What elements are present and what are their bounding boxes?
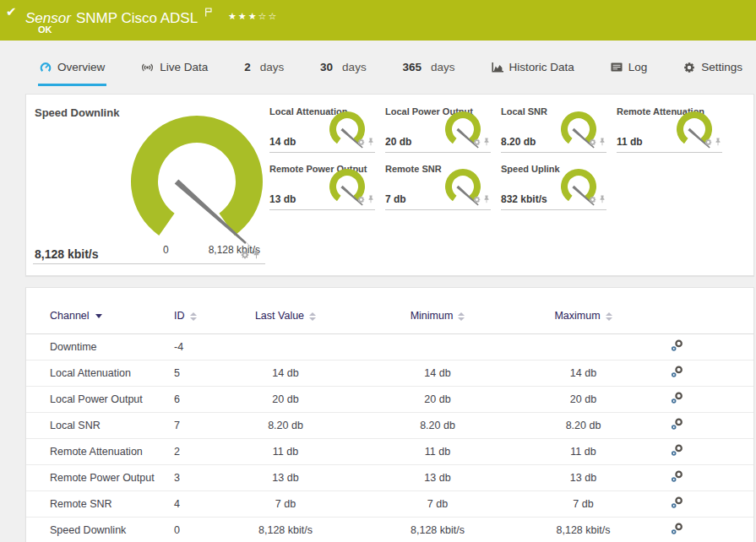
table-row: Downtime -4	[26, 334, 753, 360]
mini-gauge[interactable]: Remote Attenuation 11 db	[617, 105, 722, 153]
maximum-cell: 14 db	[535, 360, 632, 387]
channel-settings-icon[interactable]	[671, 339, 683, 355]
gauge-pin-icon[interactable]	[253, 247, 260, 263]
tab-settings[interactable]: Settings	[682, 61, 744, 86]
gauge-pin-icon[interactable]	[715, 134, 721, 149]
gauge-pin-icon[interactable]	[483, 192, 490, 207]
tab-30-days[interactable]: 30days	[318, 61, 368, 86]
gauge-gear-icon[interactable]	[357, 192, 365, 207]
last-value-cell: 8,128 kbit/s	[231, 518, 340, 542]
maximum-cell: 8.20 db	[535, 413, 632, 439]
mini-gauge-value: 20 db	[385, 136, 411, 148]
gauges-panel: Speed Downlink x 0 8,128 kbit/s 8,128 kb…	[25, 94, 754, 276]
mini-gauge[interactable]: Remote SNR 7 db	[385, 162, 491, 210]
gauge-gear-icon[interactable]	[473, 192, 481, 207]
maximum-cell: 8,128 kbit/s	[535, 518, 632, 542]
channel-settings-icon[interactable]	[671, 496, 683, 512]
status-badge: OK	[38, 24, 52, 35]
gauge-pin-icon[interactable]	[367, 192, 374, 207]
channel-name-cell[interactable]: Speed Downlink	[26, 518, 167, 542]
channel-name-cell[interactable]: Remote Power Output	[26, 465, 167, 491]
mini-gauge-value: 7 db	[385, 193, 406, 205]
minimum-cell: 7 db	[340, 491, 535, 518]
sort-icon	[309, 312, 316, 321]
table-row: Local Attenuation 5 14 db 14 db 14 db	[26, 360, 753, 387]
tab-log[interactable]: Log	[609, 61, 650, 86]
mini-gauge-value: 14 db	[269, 136, 296, 148]
mini-gauge[interactable]: Local SNR 8.20 db	[501, 105, 606, 153]
actions-cell	[632, 360, 753, 387]
last-value-cell: 13 db	[231, 465, 340, 491]
gear-icon	[683, 62, 695, 73]
column-header-last-value[interactable]: Last Value	[231, 301, 340, 334]
column-header-minimum[interactable]: Minimum	[340, 301, 535, 334]
gauge-gear-icon[interactable]	[589, 192, 596, 207]
channel-table: Channel ID Last Value Minimum Maximum Do…	[26, 301, 753, 542]
column-header-channel[interactable]: Channel	[26, 301, 167, 334]
flag-icon[interactable]	[205, 4, 212, 21]
mini-gauge[interactable]: Speed Uplink 832 kbit/s	[501, 162, 606, 210]
gauge-gear-icon[interactable]	[357, 134, 365, 149]
tab-2-days[interactable]: 2days	[242, 61, 286, 86]
mini-gauge[interactable]: Local Attenuation 14 db	[269, 105, 375, 153]
minimum-cell: 8,128 kbit/s	[340, 518, 535, 542]
last-value-cell: 14 db	[231, 360, 340, 387]
tab-overview[interactable]: Overview	[38, 61, 106, 86]
channel-id-cell: 6	[167, 387, 231, 413]
sensor-title: SensorSNMP Cisco ADSL ★★★☆☆	[25, 4, 278, 27]
maximum-cell: 20 db	[535, 387, 632, 413]
channel-settings-icon[interactable]	[671, 470, 683, 485]
tab-live-data[interactable]: Live Data	[139, 61, 209, 86]
channel-settings-icon[interactable]	[671, 418, 683, 433]
minimum-cell: 13 db	[340, 465, 535, 491]
priority-stars[interactable]: ★★★☆☆	[228, 11, 278, 21]
maximum-cell	[535, 334, 632, 360]
channel-id-cell: 0	[167, 518, 231, 542]
gauge-pin-icon[interactable]	[483, 134, 490, 149]
last-value-cell: 8.20 db	[231, 413, 340, 439]
column-header-id[interactable]: ID	[167, 301, 231, 334]
sort-icon	[606, 312, 612, 321]
tab-365-days[interactable]: 365days	[401, 61, 457, 86]
channel-name-cell[interactable]: Local SNR	[26, 413, 167, 439]
mini-gauge[interactable]: Remote Power Output 13 db	[269, 162, 375, 210]
ok-check-icon: ✔	[6, 5, 17, 18]
channel-name-cell[interactable]: Remote SNR	[26, 491, 167, 518]
gauge-gear-icon[interactable]	[704, 134, 712, 149]
actions-cell	[632, 387, 753, 413]
broadcast-icon	[141, 62, 154, 73]
minimum-cell: 8.20 db	[340, 413, 535, 439]
mini-gauge-value: 832 kbit/s	[501, 193, 547, 205]
maximum-cell: 11 db	[535, 439, 632, 465]
gauge-scale-min: 0	[163, 244, 169, 256]
channel-id-cell: 5	[167, 360, 231, 387]
channel-name-cell[interactable]: Local Attenuation	[26, 360, 167, 387]
tab-historic-data[interactable]: Historic Data	[490, 61, 576, 86]
minimum-cell	[340, 334, 535, 360]
gauge-gear-icon[interactable]	[473, 134, 481, 149]
channel-table-body: Downtime -4 Local Attenuation 5 14 db 14…	[26, 334, 753, 542]
channel-name-cell[interactable]: Local Power Output	[26, 387, 167, 413]
gauge-gear-icon[interactable]	[241, 247, 249, 263]
channel-settings-icon[interactable]	[671, 523, 683, 538]
main-gauge-speed-downlink[interactable]: Speed Downlink x 0 8,128 kbit/s 8,128 kb…	[26, 95, 267, 275]
channel-settings-icon[interactable]	[671, 392, 683, 407]
channel-id-cell: 7	[167, 413, 231, 439]
mini-gauge[interactable]: Local Power Output 20 db	[385, 105, 491, 153]
table-row: Local Power Output 6 20 db 20 db 20 db	[26, 387, 753, 413]
channel-name-cell[interactable]: Downtime	[26, 334, 167, 360]
table-row: Remote Power Output 3 13 db 13 db 13 db	[26, 465, 753, 491]
channel-settings-icon[interactable]	[671, 444, 683, 459]
table-row: Remote SNR 4 7 db 7 db 7 db	[26, 491, 753, 518]
gauge-pin-icon[interactable]	[599, 134, 606, 149]
gauge-pin-icon[interactable]	[367, 134, 374, 149]
last-value-cell	[231, 334, 340, 360]
last-value-cell: 20 db	[231, 387, 340, 413]
gauge-gear-icon[interactable]	[589, 134, 596, 149]
gauge-pin-icon[interactable]	[599, 192, 606, 207]
channel-name-cell[interactable]: Remote Attenuation	[26, 439, 167, 465]
column-header-maximum[interactable]: Maximum	[535, 301, 632, 334]
area-chart-icon	[492, 62, 503, 73]
channel-settings-icon[interactable]	[671, 366, 683, 381]
tab-bar: Overview Live Data 2days 30days 365days …	[0, 41, 756, 86]
